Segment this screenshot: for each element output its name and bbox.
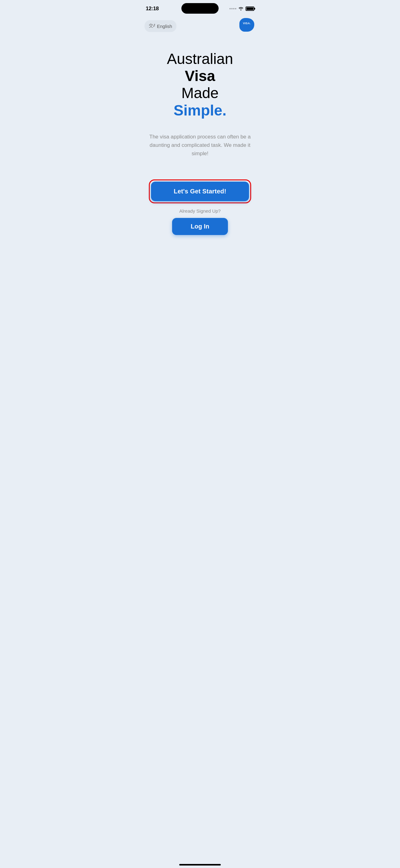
- hero-line2: Visa: [185, 68, 215, 84]
- login-button[interactable]: Log In: [172, 218, 228, 235]
- translate-icon: 交A: [149, 23, 155, 30]
- top-nav: 交A English VISA.: [139, 16, 261, 38]
- get-started-wrapper: Let's Get Started!: [149, 180, 251, 203]
- battery-icon: [245, 6, 254, 11]
- status-time: 12:18: [146, 6, 159, 12]
- hero-title: Australian Visa Made Simple.: [149, 50, 251, 119]
- buttons-section: Let's Get Started! Already Signed Up? Lo…: [139, 173, 261, 241]
- already-signed-up-text: Already Signed Up?: [179, 208, 221, 214]
- visa-logo: VISA.: [239, 18, 256, 34]
- australia-shape: VISA.: [239, 18, 254, 32]
- signal-icon: [229, 8, 236, 9]
- language-button[interactable]: 交A English: [144, 20, 176, 32]
- visa-logo-text: VISA.: [242, 22, 251, 28]
- status-icons: [229, 6, 254, 11]
- hero-line1: Australian: [167, 51, 233, 67]
- language-label: English: [157, 24, 172, 29]
- svg-point-1: [244, 26, 250, 28]
- hero-line4: Simple.: [174, 102, 227, 119]
- get-started-button[interactable]: Let's Get Started!: [151, 182, 249, 201]
- status-bar: 12:18: [139, 0, 261, 16]
- wifi-icon: [238, 6, 244, 11]
- dynamic-island: [181, 3, 219, 14]
- dynamic-island-pill: [181, 3, 219, 14]
- svg-text:交A: 交A: [149, 23, 155, 28]
- hero-section: Australian Visa Made Simple.: [139, 38, 261, 126]
- description-section: The visa application process can often b…: [139, 126, 261, 174]
- hero-line3: Made: [181, 85, 219, 101]
- description-text: The visa application process can often b…: [149, 132, 251, 158]
- login-section: Already Signed Up? Log In: [149, 208, 251, 235]
